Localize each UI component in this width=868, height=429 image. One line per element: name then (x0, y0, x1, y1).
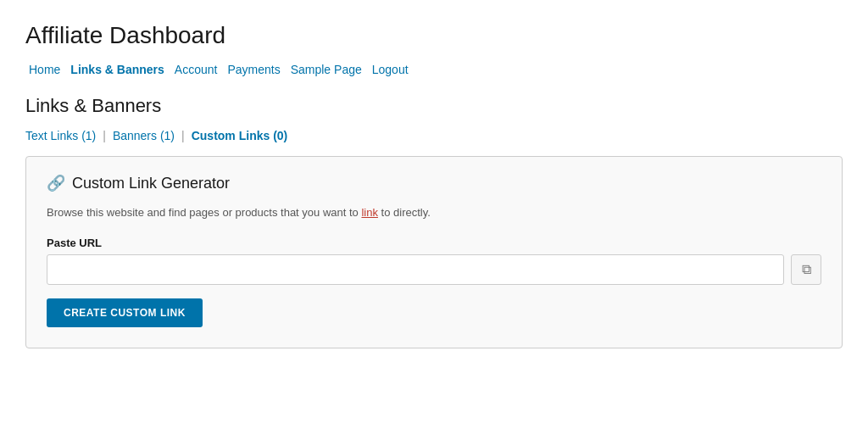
sub-nav-banners[interactable]: Banners (1) (113, 129, 175, 142)
section-title: Links & Banners (25, 95, 843, 117)
card-description: Browse this website and find pages or pr… (47, 204, 821, 221)
sub-nav-sep-2: | (181, 129, 185, 142)
copy-icon: ⧉ (802, 262, 811, 277)
page-title: Affiliate Dashboard (25, 22, 843, 49)
sub-nav-custom-links[interactable]: Custom Links (0) (192, 129, 288, 142)
nav-item-payments[interactable]: Payments (224, 61, 283, 78)
sub-nav-text-links[interactable]: Text Links (1) (25, 129, 96, 142)
nav-item-sample-page[interactable]: Sample Page (287, 61, 365, 78)
custom-link-generator-card: 🔗 Custom Link Generator Browse this webs… (25, 156, 843, 348)
sub-nav-sep-1: | (103, 129, 106, 142)
nav-item-links-banners[interactable]: Links & Banners (67, 61, 167, 78)
main-nav: Home Links & Banners Account Payments Sa… (25, 61, 843, 78)
sub-nav: Text Links (1) | Banners (1) | Custom Li… (25, 129, 843, 142)
desc-link-word: link (361, 206, 378, 219)
chain-icon: 🔗 (47, 174, 65, 192)
nav-item-home[interactable]: Home (25, 61, 64, 78)
desc-text-before: Browse this website and find pages or pr… (47, 206, 361, 219)
card-title: Custom Link Generator (72, 175, 230, 192)
nav-item-logout[interactable]: Logout (369, 61, 412, 78)
card-header: 🔗 Custom Link Generator (47, 174, 821, 192)
nav-item-account[interactable]: Account (171, 61, 221, 78)
copy-button[interactable]: ⧉ (791, 254, 821, 285)
create-custom-link-button[interactable]: CREATE CUSTOM LINK (47, 298, 203, 327)
url-input[interactable] (47, 254, 784, 285)
desc-text-after: to directly. (378, 206, 431, 219)
url-label: Paste URL (47, 237, 821, 249)
url-input-row: ⧉ (47, 254, 821, 285)
